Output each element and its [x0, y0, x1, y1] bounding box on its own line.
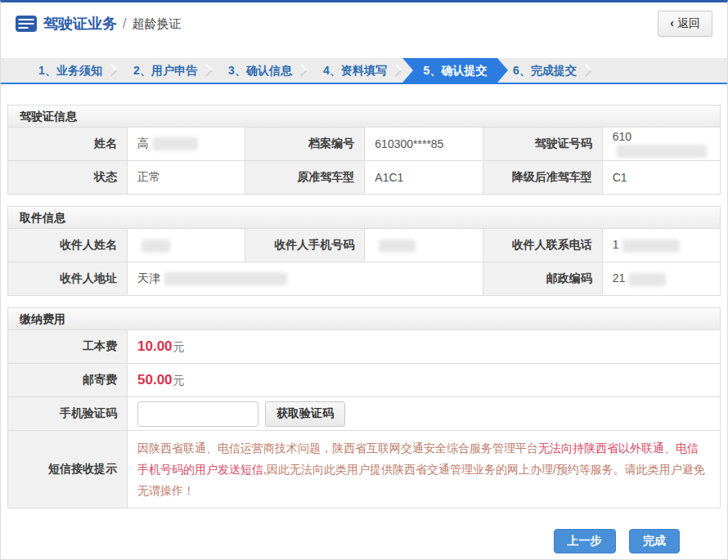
license-info-title: 驾驶证信息: [7, 105, 721, 128]
step-tab-6[interactable]: 6、完成提交: [497, 58, 592, 83]
content: 驾驶证信息 姓名 高 档案编号 610300****85 驾驶证号码 610 状…: [1, 105, 727, 508]
section-license-info: 驾驶证信息 姓名 高 档案编号 610300****85 驾驶证号码 610 状…: [7, 105, 721, 195]
redacted-text: [622, 240, 680, 253]
breadcrumb-current: 超龄换证: [132, 16, 181, 32]
production-fee-label: 工本费: [8, 330, 128, 364]
redacted-text: [142, 240, 170, 253]
prev-step-button[interactable]: 上一步: [554, 529, 616, 553]
mailing-fee-value: 50.00元: [128, 364, 721, 397]
license-no-value: 610: [602, 128, 720, 161]
fees-title: 缴纳费用: [7, 307, 721, 330]
postal-code-label: 邮政编码: [483, 262, 602, 296]
fee-unit: 元: [173, 374, 185, 387]
redacted-text: [153, 137, 198, 150]
table-row: 状态 正常 原准驾车型 A1C1 降级后准驾车型 C1: [8, 161, 721, 195]
redacted-text: [617, 145, 707, 158]
recipient-address-value: 天津: [128, 262, 483, 296]
name-label: 姓名: [8, 128, 128, 161]
sms-code-cell: 获取验证码: [128, 397, 721, 431]
file-no-value: 610300****85: [365, 128, 483, 161]
production-fee-value: 10.00元: [128, 330, 721, 364]
get-code-button[interactable]: 获取验证码: [265, 401, 345, 427]
header-bar: 驾驶证业务 / 超龄换证 ‹返回: [1, 2, 727, 45]
back-label: 返回: [677, 16, 700, 29]
license-info-table: 姓名 高 档案编号 610300****85 驾驶证号码 610 状态 正常 原…: [7, 127, 721, 195]
back-button[interactable]: ‹返回: [658, 11, 712, 37]
table-row: 手机验证码 获取验证码: [8, 397, 721, 431]
pickup-info-title: 取件信息: [7, 206, 721, 229]
recipient-mobile-value: [365, 229, 483, 262]
status-label: 状态: [8, 161, 128, 195]
name-value: 高: [128, 128, 245, 161]
fee-unit: 元: [173, 340, 185, 353]
step-tab-label: 1、业务须知: [38, 64, 102, 77]
recipient-address-label: 收件人地址: [8, 262, 128, 296]
mailing-fee-label: 邮寄费: [8, 364, 128, 397]
license-no-label: 驾驶证号码: [483, 128, 602, 161]
fees-table: 工本费 10.00元 邮寄费 50.00元 手机验证码 获取验证码 短信接收提示…: [7, 329, 721, 508]
sms-notice-text: 因陕西省联通、电信运营商技术问题，陕西省互联网交通安全综合服务管理平台无法向持陕…: [128, 431, 721, 508]
redacted-text: [379, 240, 416, 253]
section-fees: 缴纳费用 工本费 10.00元 邮寄费 50.00元 手机验证码 获取验证码 短…: [7, 307, 721, 508]
pickup-info-table: 收件人姓名 收件人手机号码 收件人联系电话 1 收件人地址 天津 邮政编码 21: [7, 228, 721, 296]
step-tab-label: 3、确认信息: [228, 64, 292, 77]
downgraded-class-label: 降级后准驾车型: [483, 161, 602, 195]
recipient-mobile-label: 收件人手机号码: [245, 229, 365, 262]
action-bar: 上一步 完成: [1, 529, 727, 553]
orig-class-value: A1C1: [365, 161, 483, 195]
breadcrumb-separator: /: [123, 16, 126, 31]
license-card-icon: [16, 16, 37, 32]
downgraded-class-value: C1: [602, 161, 720, 195]
step-tab-4[interactable]: 4、资料填写: [308, 58, 402, 83]
step-tab-1[interactable]: 1、业务须知: [23, 58, 118, 83]
postal-code-value: 21: [602, 262, 720, 296]
step-nav: 1、业务须知 2、用户申告 3、确认信息 4、资料填写 5、确认提交 6、完成提…: [1, 58, 727, 84]
finish-button[interactable]: 完成: [629, 529, 680, 553]
recipient-phone-label: 收件人联系电话: [483, 229, 602, 262]
page-title: 驾驶证业务: [43, 14, 117, 34]
sms-code-input[interactable]: [137, 401, 258, 427]
step-tab-label: 2、用户申告: [133, 64, 197, 77]
redacted-text: [629, 273, 666, 286]
step-tab-label: 5、确认提交: [424, 64, 488, 77]
table-row: 邮寄费 50.00元: [8, 364, 721, 397]
back-chevron-icon: ‹: [670, 16, 674, 29]
recipient-phone-value: 1: [602, 229, 720, 262]
redacted-text: [164, 272, 287, 285]
recipient-name-value: [128, 229, 245, 262]
orig-class-label: 原准驾车型: [245, 161, 365, 195]
table-row: 收件人姓名 收件人手机号码 收件人联系电话 1: [8, 229, 721, 262]
recipient-name-label: 收件人姓名: [8, 229, 128, 262]
notice-part-1: 因陕西省联通、电信运营商技术问题，陕西省互联网交通安全综合服务管理平台: [137, 441, 538, 455]
section-pickup-info: 取件信息 收件人姓名 收件人手机号码 收件人联系电话 1 收件人地址 天津 邮政…: [7, 206, 721, 296]
step-tab-label: 4、资料填写: [323, 64, 387, 77]
file-no-label: 档案编号: [245, 128, 365, 161]
page: 驾驶证业务 / 超龄换证 ‹返回 1、业务须知 2、用户申告 3、确认信息 4、…: [0, 0, 728, 560]
table-row: 收件人地址 天津 邮政编码 21: [8, 262, 721, 296]
fee-amount: 50.00: [137, 372, 173, 388]
step-tab-3[interactable]: 3、确认信息: [213, 58, 308, 83]
step-tab-label: 6、完成提交: [513, 64, 577, 77]
fee-amount: 10.00: [137, 338, 173, 354]
step-tab-5-active[interactable]: 5、确认提交: [402, 58, 508, 83]
step-tab-2[interactable]: 2、用户申告: [118, 58, 213, 83]
table-row: 工本费 10.00元: [8, 330, 721, 364]
step-nav-filler: [592, 58, 727, 83]
sms-code-label: 手机验证码: [8, 397, 128, 431]
status-value: 正常: [128, 161, 245, 195]
table-row: 短信接收提示 因陕西省联通、电信运营商技术问题，陕西省互联网交通安全综合服务管理…: [8, 431, 721, 508]
sms-notice-label: 短信接收提示: [8, 431, 128, 508]
table-row: 姓名 高 档案编号 610300****85 驾驶证号码 610: [8, 128, 721, 161]
